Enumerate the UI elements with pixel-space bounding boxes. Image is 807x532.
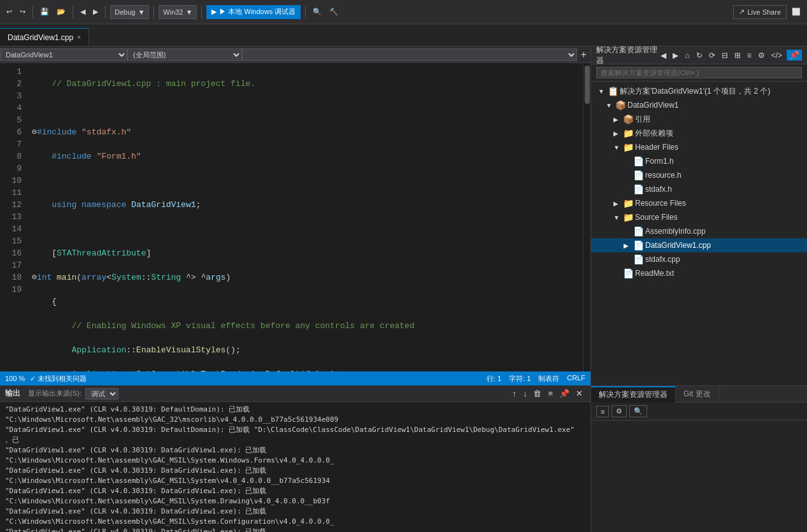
forward-button[interactable]: ▶ (90, 6, 101, 17)
sol-sync[interactable]: ⟳ (707, 50, 717, 61)
line-indicator: 行: 1 (487, 374, 501, 384)
code-line-11: // Enabling Windows XP visual effects be… (32, 320, 583, 332)
output-clear-btn[interactable]: 🗑 (531, 388, 544, 399)
extdep-label: 外部依赖项 (635, 128, 673, 139)
editor-scrollbar[interactable] (583, 63, 590, 371)
output-source-select[interactable]: 调试 (85, 388, 118, 399)
line-num-6: 6 (0, 126, 22, 138)
workspace: DataGridView1 (全局范围) + 1 2 3 4 (0, 47, 807, 532)
output-line-4: "DataGridView1.exe" (CLR v4.0.30319: Dat… (5, 466, 585, 486)
tree-item-form1h[interactable]: 📄 Form1.h (591, 154, 807, 168)
line-num-16: 16 (0, 247, 22, 259)
indent-type[interactable]: 制表符 (538, 374, 559, 384)
assemblyinfo-label: AssemblyInfo.cpp (645, 227, 706, 236)
output-wrap-btn[interactable]: ≡ (545, 388, 555, 399)
output-line-6: "DataGridView1.exe" (CLR v4.0.30319: Dat… (5, 507, 585, 527)
tree-item-ref[interactable]: ▶ 📦 引用 (591, 112, 807, 126)
add-file-button[interactable]: + (577, 49, 590, 61)
tree-item-datagridview1cpp[interactable]: ▶ 📄 DataGridView1.cpp (591, 238, 807, 252)
line-num-11: 11 (0, 187, 22, 199)
line-num-10: 10 (0, 175, 22, 187)
tree-item-resourceh[interactable]: 📄 resource.h (591, 168, 807, 182)
code-line-5 (32, 175, 583, 187)
output-controls: 显示输出来源(S): 调试 (28, 388, 118, 399)
line-num-3: 3 (0, 90, 22, 102)
output-down-btn[interactable]: ↓ (520, 388, 530, 399)
file-tab-datagridview1[interactable]: DataGridView1.cpp × (0, 28, 89, 46)
sol-code-view[interactable]: </> (769, 50, 784, 61)
live-share-button[interactable]: ↗ Live Share (733, 5, 787, 19)
run-icon: ▶ (211, 8, 217, 16)
form1h-icon: 📄 (633, 156, 643, 166)
sol-pin[interactable]: 📌 (787, 50, 802, 61)
platform-dropdown[interactable]: Win32 ▼ (159, 5, 197, 19)
member-selector[interactable] (242, 48, 577, 61)
sol-refresh[interactable]: ↻ (694, 50, 704, 61)
output-up-btn[interactable]: ↑ (510, 388, 519, 399)
scroll-thumb[interactable] (585, 66, 590, 104)
collapse-9[interactable]: ⊖ (32, 273, 37, 282)
props-sort-btn[interactable]: ≡ (596, 406, 609, 417)
ref-arrow: ▶ (613, 116, 621, 123)
toolbar-separator-6 (305, 6, 306, 18)
run-debugger-button[interactable]: ▶ ▶ 本地 Windows 调试器 (206, 5, 301, 19)
sol-home[interactable]: ⌂ (683, 50, 691, 61)
back-button[interactable]: ◀ (78, 6, 88, 17)
editor-section: DataGridView1 (全局范围) + 1 2 3 4 (0, 47, 590, 385)
output-header: 输出 显示输出来源(S): 调试 ↑ ↓ 🗑 ≡ 📌 ✕ (0, 385, 590, 402)
open-button[interactable]: 📂 (54, 6, 68, 17)
debug-config-dropdown[interactable]: Debug ▼ (110, 5, 149, 19)
output-line-2: "DataGridView1.exe" (CLR v4.0.30319: Def… (5, 425, 585, 445)
line-num-5: 5 (0, 114, 22, 126)
solution-search-input[interactable] (596, 67, 802, 78)
project-arrow: ▼ (606, 102, 613, 109)
sol-settings[interactable]: ⚙ (756, 50, 767, 61)
sol-nav-forward[interactable]: ▶ (671, 50, 680, 61)
solution-search-area (591, 64, 807, 82)
tree-item-stdafxh[interactable]: 📄 stdafx.h (591, 182, 807, 196)
tree-item-resfiles[interactable]: ▶ 📁 Resource Files (591, 196, 807, 210)
output-pin-btn[interactable]: 📌 (557, 388, 572, 399)
collapse-3[interactable]: ⊖ (32, 127, 37, 137)
build-button[interactable]: 🔨 (327, 6, 341, 17)
dgv1cpp-icon: 📄 (633, 240, 643, 250)
undo-button[interactable]: ↩ (4, 6, 15, 17)
resfiles-label: Resource Files (635, 199, 686, 208)
stdafxcpp-icon: 📄 (633, 254, 643, 264)
toolbar-separator-3 (105, 6, 106, 18)
tree-item-readmetxt[interactable]: 📄 ReadMe.txt (591, 266, 807, 280)
rbt-tab-solution-explorer[interactable]: 解决方案资源管理器 (591, 386, 676, 403)
tab-close-icon[interactable]: × (77, 34, 81, 41)
tree-item-assemblyinfo[interactable]: 📄 AssemblyInfo.cpp (591, 224, 807, 238)
tree-item-header[interactable]: ▼ 📁 Header Files (591, 140, 807, 154)
code-line-3: ⊖#include "stdafx.h" (32, 126, 583, 138)
rbt-tab-git-changes[interactable]: Git 更改 (676, 386, 719, 403)
save-button[interactable]: 💾 (38, 6, 52, 17)
code-content[interactable]: // DataGridView1.cpp : main project file… (27, 63, 583, 371)
status-bar: 100 % ✓ 未找到相关问题 行: 1 字符: 1 制表符 CRLF (0, 371, 590, 385)
tree-item-stdafxcpp[interactable]: 📄 stdafx.cpp (591, 252, 807, 266)
project-icon: 📦 (615, 100, 625, 110)
solution-tree: ▼ 📋 解决方案'DataGridView1'(1 个项目，共 2 个) ▼ 📦… (591, 82, 807, 385)
project-node[interactable]: ▼ 📦 DataGridView1 (591, 98, 807, 112)
sol-nav-back[interactable]: ◀ (659, 50, 668, 61)
output-close-btn[interactable]: ✕ (573, 388, 585, 399)
search-button[interactable]: 🔍 (310, 6, 324, 17)
output-line-5: "DataGridView1.exe" (CLR v4.0.30319: Dat… (5, 486, 585, 507)
rbt-tab2-label: Git 更改 (683, 389, 711, 399)
tree-item-srcfiles[interactable]: ▼ 📁 Source Files (591, 210, 807, 224)
props-search-btn[interactable]: 🔍 (629, 405, 647, 417)
maximize-button[interactable]: ⬜ (789, 6, 803, 17)
code-editor[interactable]: 1 2 3 4 5 6 7 8 9 10 11 12 13 14 (0, 63, 583, 371)
file-selector[interactable]: DataGridView1 (0, 48, 127, 61)
tree-item-extdep[interactable]: ▶ 📁 外部依赖项 (591, 126, 807, 140)
sol-collapse[interactable]: ⊟ (720, 50, 730, 61)
redo-button[interactable]: ↪ (17, 6, 28, 17)
line-ending[interactable]: CRLF (567, 374, 585, 384)
solution-node[interactable]: ▼ 📋 解决方案'DataGridView1'(1 个项目，共 2 个) (591, 84, 807, 98)
sol-filter[interactable]: ≡ (745, 50, 753, 61)
zoom-level[interactable]: 100 % (5, 375, 25, 382)
scope-selector[interactable]: (全局范围) (127, 48, 242, 61)
sol-show-all[interactable]: ⊞ (732, 50, 743, 61)
props-gear-btn[interactable]: ⚙ (611, 405, 627, 417)
